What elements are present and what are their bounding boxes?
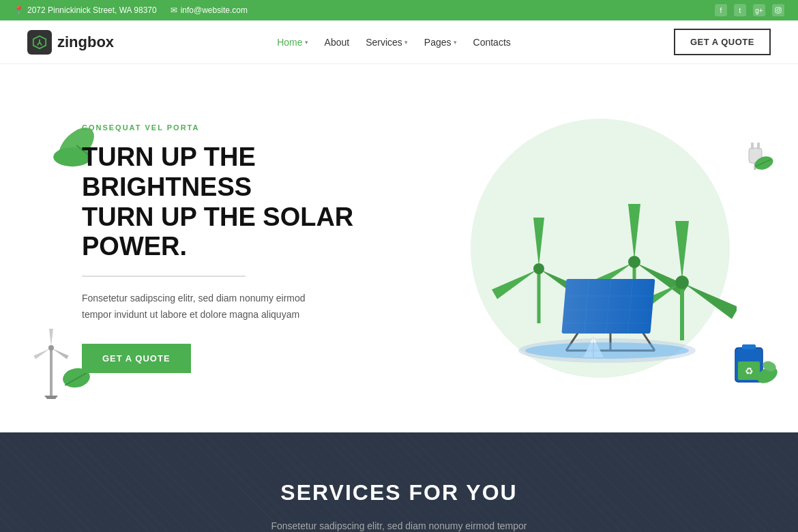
services-description: Fonsetetur sadipscing elitr, sed diam no… — [256, 518, 542, 532]
svg-point-2 — [780, 8, 780, 9]
get-quote-button[interactable]: Get A Quote — [674, 29, 771, 55]
svg-marker-9 — [49, 329, 53, 346]
address-text: 2072 Pinnickinick Street, WA 98370 — [27, 5, 157, 15]
svg-point-1 — [777, 9, 780, 12]
nav-about[interactable]: About — [325, 37, 350, 48]
svg-marker-31 — [492, 265, 540, 299]
nav-services[interactable]: Services ▾ — [366, 37, 408, 48]
svg-point-57 — [525, 342, 689, 359]
social-links: f t g+ — [715, 4, 784, 16]
svg-marker-11 — [33, 346, 51, 359]
hero-description: Fonsetetur sadipscing elitr, sed diam no… — [82, 291, 327, 323]
svg-rect-22 — [742, 344, 756, 349]
location-icon: 📍 — [14, 5, 24, 15]
svg-marker-8 — [44, 396, 58, 399]
email-text: info@website.com — [181, 5, 248, 15]
svg-point-37 — [628, 256, 640, 268]
nav-home[interactable]: Home ▾ — [277, 37, 308, 48]
chevron-down-icon: ▾ — [404, 39, 408, 46]
top-bar: 📍 2072 Pinnickinick Street, WA 98370 ✉ i… — [0, 0, 798, 20]
chevron-down-icon: ▾ — [305, 39, 308, 46]
hero-divider — [82, 276, 246, 277]
svg-point-42 — [675, 276, 689, 289]
svg-marker-29 — [533, 218, 544, 267]
twitter-icon[interactable]: t — [734, 4, 746, 16]
top-bar-left: 📍 2072 Pinnickinick Street, WA 98370 ✉ i… — [14, 5, 248, 15]
googleplus-icon[interactable]: g+ — [753, 4, 765, 16]
svg-rect-17 — [757, 143, 760, 149]
svg-marker-10 — [51, 346, 69, 359]
svg-rect-54 — [561, 279, 655, 334]
hero-section: ♻ CONSEQUAT VEL PORTA TURN UP THE BRIGHT… — [0, 64, 798, 432]
logo-text: zingbox — [57, 33, 114, 51]
solar-scene — [477, 132, 723, 364]
hero-title: TURN UP THE BRIGHTNESS TURN UP THE SOLAR… — [82, 143, 409, 262]
services-title: SERVICES FOR YOU — [55, 480, 743, 505]
instagram-icon[interactable] — [772, 4, 784, 16]
services-section: SERVICES FOR YOU Fonsetetur sadipscing e… — [0, 432, 798, 532]
hero-illustration — [457, 105, 743, 391]
svg-marker-34 — [628, 204, 640, 260]
svg-marker-39 — [675, 221, 689, 280]
email-info: ✉ info@website.com — [171, 5, 248, 15]
windmill-decoration-left — [31, 314, 72, 405]
logo[interactable]: zingbox — [27, 30, 114, 55]
svg-text:♻: ♻ — [745, 366, 754, 376]
hero-cta-button[interactable]: Get A Quote — [82, 344, 191, 373]
chevron-down-icon: ▾ — [454, 39, 457, 46]
nav-contacts[interactable]: Contacts — [473, 37, 511, 48]
email-icon: ✉ — [171, 5, 177, 15]
hero-subtitle: CONSEQUAT VEL PORTA — [82, 123, 409, 132]
svg-rect-0 — [775, 8, 781, 13]
svg-rect-16 — [751, 143, 754, 149]
logo-icon — [27, 30, 52, 55]
address-info: 📍 2072 Pinnickinick Street, WA 98370 — [14, 5, 157, 15]
hero-content: CONSEQUAT VEL PORTA TURN UP THE BRIGHTNE… — [82, 123, 409, 372]
svg-point-12 — [48, 345, 54, 351]
svg-point-32 — [533, 263, 544, 274]
main-nav: Home ▾ About Services ▾ Pages ▾ Contacts — [277, 37, 511, 48]
header: zingbox Home ▾ About Services ▾ Pages ▾ … — [0, 20, 798, 64]
facebook-icon[interactable]: f — [715, 4, 727, 16]
svg-marker-40 — [681, 278, 737, 319]
nav-pages[interactable]: Pages ▾ — [424, 37, 457, 48]
